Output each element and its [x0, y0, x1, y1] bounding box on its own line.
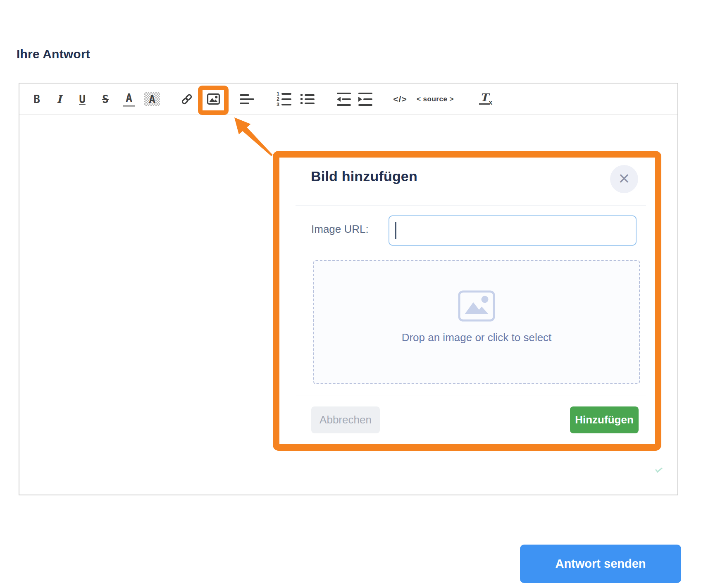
send-answer-button[interactable]: Antwort senden — [520, 545, 681, 583]
font-color-button[interactable]: A — [120, 84, 138, 115]
align-icon — [240, 94, 254, 104]
outdent-button[interactable] — [334, 84, 354, 115]
background-color-icon: A — [144, 92, 160, 106]
outdent-icon — [337, 93, 351, 106]
code-icon: </> — [393, 94, 407, 104]
dropzone-text: Drop an image or click to select — [402, 331, 552, 344]
bold-button[interactable]: B — [28, 84, 46, 115]
align-button[interactable] — [238, 84, 256, 115]
strikethrough-button[interactable]: S — [96, 84, 114, 115]
clear-formatting-icon: T x — [479, 92, 492, 106]
image-button-highlight — [198, 86, 229, 115]
modal-footer-divider — [296, 395, 646, 395]
text-caret — [395, 222, 396, 239]
indent-icon — [358, 93, 372, 106]
unordered-list-button[interactable] — [298, 84, 317, 115]
underline-icon: U — [79, 93, 86, 105]
strikethrough-icon: S — [102, 93, 109, 105]
image-dropzone[interactable]: Drop an image or click to select — [313, 260, 640, 384]
close-icon: × — [619, 169, 630, 188]
add-image-modal: Bild hinzufügen × Image URL: Drop an ima… — [273, 151, 661, 451]
modal-header-divider — [296, 205, 646, 206]
page-title: Ihre Antwort — [17, 47, 90, 61]
image-placeholder-icon — [458, 290, 496, 322]
modal-title: Bild hinzufügen — [311, 168, 417, 184]
page: Ihre Antwort B I U S A — [0, 0, 701, 588]
underline-button[interactable]: U — [73, 84, 91, 115]
image-url-input[interactable] — [389, 215, 637, 246]
ordered-list-icon: 1 2 3 — [275, 92, 291, 106]
source-button[interactable]: < source > — [412, 84, 458, 115]
bold-icon: B — [33, 93, 40, 105]
unordered-list-icon — [300, 94, 315, 104]
font-color-icon: A — [123, 92, 135, 107]
cancel-button[interactable]: Abbrechen — [311, 406, 380, 433]
italic-button[interactable]: I — [50, 84, 68, 115]
code-button[interactable]: </> — [389, 84, 412, 115]
indent-button[interactable] — [355, 84, 375, 115]
link-button[interactable] — [178, 84, 196, 115]
image-url-label: Image URL: — [311, 223, 369, 236]
clear-formatting-button[interactable]: T x — [476, 84, 496, 115]
source-label: < source > — [417, 95, 454, 103]
close-button[interactable]: × — [610, 165, 638, 193]
ordered-list-button[interactable]: 1 2 3 — [273, 84, 293, 115]
editor-toolbar: B I U S A A — [19, 84, 677, 115]
link-icon — [180, 93, 193, 106]
italic-icon: I — [57, 93, 62, 105]
background-color-button[interactable]: A — [143, 84, 161, 115]
add-button[interactable]: Hinzufügen — [570, 406, 639, 433]
